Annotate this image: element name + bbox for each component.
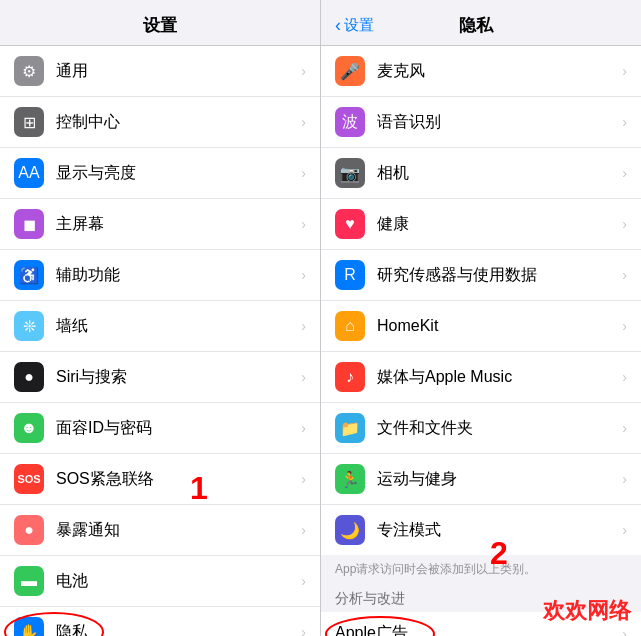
sos-icon: SOS [14,464,44,494]
homekit-icon: ⌂ [335,311,365,341]
privacy-section-1: 🎤麦克风›波语音识别›📷相机›♥健康›R研究传感器与使用数据›⌂HomeKit›… [321,46,641,555]
motion-label: 运动与健身 [377,469,457,490]
privacy-item-files[interactable]: 📁文件和文件夹› [321,403,641,454]
faceid-label: 面容ID与密码 [56,418,297,439]
privacy-item-homekit[interactable]: ⌂HomeKit› [321,301,641,352]
right-panel-title: 隐私 [374,14,577,37]
settings-item-display[interactable]: AA显示与亮度› [0,148,320,199]
privacy-item-speech[interactable]: 波语音识别› [321,97,641,148]
apple-ad-label: Apple广告 [335,623,408,636]
settings-item-sos[interactable]: SOSSOS紧急联络› [0,454,320,505]
settings-item-homescreen[interactable]: ◼主屏幕› [0,199,320,250]
settings-list: ⚙通用›⊞控制中心›AA显示与亮度›◼主屏幕›♿辅助功能›❊墙纸›●Siri与搜… [0,46,320,636]
wallpaper-label: 墙纸 [56,316,297,337]
exposure-label: 暴露通知 [56,520,297,541]
siri-icon: ● [14,362,44,392]
chevron-icon: › [301,114,306,130]
chevron-icon: › [622,522,627,538]
microphone-icon: 🎤 [335,56,365,86]
speech-label: 语音识别 [377,112,441,133]
camera-label: 相机 [377,163,409,184]
back-chevron-icon: ‹ [335,15,341,36]
settings-item-faceid[interactable]: ☻面容ID与密码› [0,403,320,454]
speech-icon: 波 [335,107,365,137]
section-2-header: 分析与改进 [321,582,641,612]
privacy-item-motion[interactable]: 🏃运动与健身› [321,454,641,505]
privacy-item-research[interactable]: R研究传感器与使用数据› [321,250,641,301]
chevron-icon: › [301,369,306,385]
chevron-icon: › [301,573,306,589]
homescreen-icon: ◼ [14,209,44,239]
sos-label: SOS紧急联络 [56,469,297,490]
homekit-label: HomeKit [377,317,438,335]
control-icon: ⊞ [14,107,44,137]
settings-item-siri[interactable]: ●Siri与搜索› [0,352,320,403]
chevron-icon: › [622,318,627,334]
chevron-icon: › [301,420,306,436]
faceid-icon: ☻ [14,413,44,443]
settings-item-general[interactable]: ⚙通用› [0,46,320,97]
chevron-icon: › [301,63,306,79]
settings-item-exposure[interactable]: ●暴露通知› [0,505,320,556]
chevron-icon: › [622,63,627,79]
privacy-icon: ✋ [14,617,44,636]
focus-icon: 🌙 [335,515,365,545]
files-icon: 📁 [335,413,365,443]
settings-item-battery[interactable]: ▬电池› [0,556,320,607]
research-label: 研究传感器与使用数据 [377,265,537,286]
chevron-icon: › [301,165,306,181]
files-label: 文件和文件夹 [377,418,473,439]
privacy-item-focus[interactable]: 🌙专注模式› [321,505,641,555]
chevron-icon: › [622,216,627,232]
section-note: App请求访问时会被添加到以上类别。 [321,555,641,582]
siri-label: Siri与搜索 [56,367,297,388]
accessibility-label: 辅助功能 [56,265,297,286]
chevron-icon: › [622,420,627,436]
control-label: 控制中心 [56,112,297,133]
privacy-item-media[interactable]: ♪媒体与Apple Music› [321,352,641,403]
back-button[interactable]: ‹ 设置 [335,15,374,36]
left-panel-header: 设置 [0,0,320,46]
chevron-icon: › [301,471,306,487]
display-label: 显示与亮度 [56,163,297,184]
camera-icon: 📷 [335,158,365,188]
privacy-item-camera[interactable]: 📷相机› [321,148,641,199]
focus-label: 专注模式 [377,520,441,541]
settings-item-control[interactable]: ⊞控制中心› [0,97,320,148]
wallpaper-icon: ❊ [14,311,44,341]
research-icon: R [335,260,365,290]
display-icon: AA [14,158,44,188]
privacy-item-microphone[interactable]: 🎤麦克风› [321,46,641,97]
health-label: 健康 [377,214,409,235]
battery-label: 电池 [56,571,297,592]
privacy-item-health[interactable]: ♥健康› [321,199,641,250]
chevron-icon: › [622,471,627,487]
general-icon: ⚙ [14,56,44,86]
chevron-icon: › [301,267,306,283]
right-panel-header: ‹ 设置 隐私 [321,0,641,46]
chevron-icon: › [301,522,306,538]
health-icon: ♥ [335,209,365,239]
settings-item-accessibility[interactable]: ♿辅助功能› [0,250,320,301]
back-label: 设置 [344,16,374,35]
chevron-icon: › [622,369,627,385]
media-label: 媒体与Apple Music [377,367,512,388]
chevron-icon: › [301,318,306,334]
chevron-icon: › [622,114,627,130]
chevron-icon: › [622,626,627,637]
settings-item-wallpaper[interactable]: ❊墙纸› [0,301,320,352]
chevron-icon: › [301,624,306,636]
general-label: 通用 [56,61,297,82]
chevron-icon: › [622,267,627,283]
privacy-item-apple-ad[interactable]: Apple广告› [321,612,641,636]
privacy-section-2: Apple广告›App隐私报告› [321,612,641,636]
homescreen-label: 主屏幕 [56,214,297,235]
exposure-icon: ● [14,515,44,545]
privacy-label: 隐私 [56,622,297,637]
chevron-icon: › [301,216,306,232]
settings-item-privacy[interactable]: ✋隐私› [0,607,320,636]
battery-icon: ▬ [14,566,44,596]
media-icon: ♪ [335,362,365,392]
microphone-label: 麦克风 [377,61,425,82]
accessibility-icon: ♿ [14,260,44,290]
